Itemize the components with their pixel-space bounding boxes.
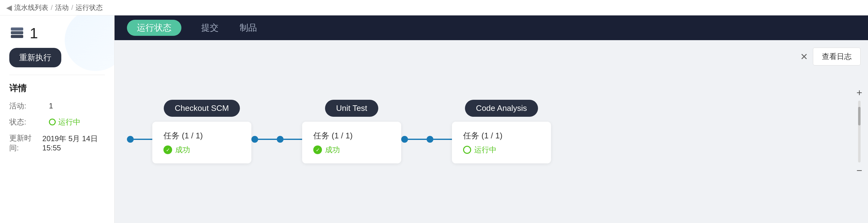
back-arrow-icon[interactable]: ◀	[6, 3, 12, 12]
sidebar-divider	[9, 75, 105, 75]
detail-value-updated: 2019年 5月 14日 15:55	[42, 134, 105, 152]
zoom-out-button[interactable]: −	[854, 165, 865, 176]
status-running-text: 运行中	[58, 117, 81, 127]
breadcrumb-bar: ◀ 流水线列表 / 活动 / 运行状态	[0, 0, 868, 15]
svg-rect-1	[11, 31, 23, 34]
stage-group-unittest: Unit Test 任务 (1 / 1) ✓ 成功	[302, 100, 401, 163]
success-check-icon-2: ✓	[313, 146, 322, 154]
scrollbar-track	[858, 101, 861, 162]
stage-task-unittest: 任务 (1 / 1)	[313, 131, 390, 141]
details-title: 详情	[9, 82, 105, 94]
svg-rect-0	[11, 35, 23, 38]
stage-status-checkout: ✓ 成功	[163, 145, 240, 155]
svg-rect-2	[11, 28, 23, 31]
detail-row-activity: 活动: 1	[9, 99, 105, 113]
stage-card-codeanalysis[interactable]: 任务 (1 / 1) 运行中	[452, 122, 551, 163]
detail-label-updated: 更新时间:	[9, 133, 40, 153]
connector-seg-1	[258, 139, 277, 140]
stage-label-checkout: Checkout SCM	[164, 100, 240, 117]
detail-value-activity: 1	[49, 102, 53, 110]
stage-status-unittest: ✓ 成功	[313, 145, 390, 155]
status-running-icon	[49, 119, 56, 125]
stage-status-text-checkout: 成功	[175, 145, 190, 155]
tab-artifact[interactable]: 制品	[238, 15, 258, 40]
view-log-button[interactable]: 查看日志	[813, 47, 861, 66]
main-layout: 1 重新执行 详情 活动: 1 状态: 运行中 更新时间: 2019	[0, 15, 868, 223]
success-check-icon-1: ✓	[163, 146, 172, 154]
detail-label-activity: 活动:	[9, 101, 46, 111]
stage-card-unittest[interactable]: 任务 (1 / 1) ✓ 成功	[302, 122, 401, 163]
connector-start-dot	[127, 136, 134, 143]
stage-status-text-unittest: 成功	[325, 145, 340, 155]
stage-card-checkout[interactable]: 任务 (1 / 1) ✓ 成功	[152, 122, 251, 163]
breadcrumb-item-status: 运行状态	[75, 3, 103, 12]
right-panel: 运行状态 提交 制品 ✕ 查看日志 + −	[115, 15, 868, 223]
stage-group-checkout: Checkout SCM 任务 (1 / 1) ✓ 成功	[152, 100, 251, 163]
rerun-button[interactable]: 重新执行	[9, 48, 61, 67]
connector-mid-dot-2	[277, 136, 284, 143]
stage-status-codeanalysis: 运行中	[463, 145, 540, 155]
breadcrumb-sep-2: /	[71, 4, 73, 12]
pipeline-flow: Checkout SCM 任务 (1 / 1) ✓ 成功	[127, 100, 551, 163]
breadcrumb-item-activity[interactable]: 活动	[55, 3, 69, 12]
canvas-area: ✕ 查看日志 + − Chec	[115, 40, 868, 223]
zoom-controls: + −	[854, 87, 865, 176]
connector-mid-dot-1	[251, 136, 258, 143]
connector-2-3	[401, 136, 452, 143]
stage-status-text-codeanalysis: 运行中	[474, 145, 497, 155]
running-circle-icon	[463, 146, 471, 154]
scrollbar-thumb[interactable]	[858, 107, 861, 125]
canvas-controls: ✕ 查看日志	[800, 47, 861, 66]
tab-run-status[interactable]: 运行状态	[127, 20, 181, 36]
close-button[interactable]: ✕	[800, 51, 808, 62]
start-connector	[127, 136, 152, 143]
detail-row-status: 状态: 运行中	[9, 115, 105, 129]
connector-mid-dot-3	[401, 136, 408, 143]
zoom-in-button[interactable]: +	[854, 87, 865, 98]
status-badge: 运行中	[49, 117, 81, 127]
stage-label-codeanalysis: Code Analysis	[465, 100, 538, 117]
connector-mid-dot-4	[427, 136, 433, 143]
sidebar-bg-decoration	[65, 15, 115, 71]
close-icon: ✕	[800, 51, 808, 62]
connector-line-1	[134, 139, 152, 140]
tab-commit[interactable]: 提交	[200, 15, 220, 40]
stage-group-codeanalysis: Code Analysis 任务 (1 / 1) 运行中	[452, 100, 551, 163]
connector-seg-4	[433, 139, 452, 140]
connector-seg-2	[284, 139, 302, 140]
breadcrumb-sep-1: /	[51, 4, 53, 12]
stage-label-unittest: Unit Test	[325, 100, 379, 117]
details-section: 详情 活动: 1 状态: 运行中 更新时间: 2019年 5月 14日 15:5…	[9, 82, 105, 155]
connector-seg-3	[408, 139, 427, 140]
connector-1-2	[251, 136, 302, 143]
breadcrumb-item-pipelines[interactable]: 流水线列表	[14, 3, 48, 12]
pipeline-number: 1	[30, 25, 38, 42]
detail-row-updated: 更新时间: 2019年 5月 14日 15:55	[9, 131, 105, 155]
left-sidebar: 1 重新执行 详情 活动: 1 状态: 运行中 更新时间: 2019	[0, 15, 115, 223]
tab-bar: 运行状态 提交 制品	[115, 15, 868, 40]
stage-task-checkout: 任务 (1 / 1)	[163, 131, 240, 141]
pipeline-icon	[9, 26, 25, 41]
stage-task-codeanalysis: 任务 (1 / 1)	[463, 131, 540, 141]
detail-label-status: 状态:	[9, 117, 46, 127]
